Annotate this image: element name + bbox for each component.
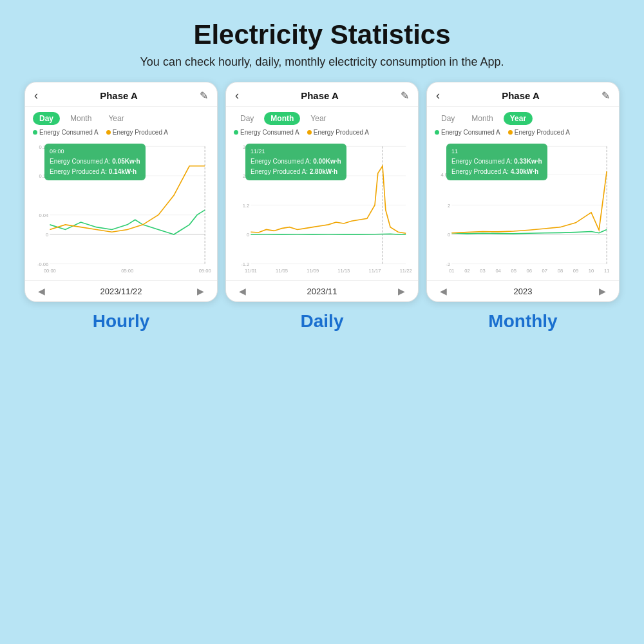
chart-area-monthly: 64.0820-20102030405060708091011 11 Energ… xyxy=(427,138,619,280)
svg-text:0: 0 xyxy=(247,232,249,238)
screen-title-daily: Phase A xyxy=(301,90,339,101)
svg-text:05:00: 05:00 xyxy=(121,268,133,274)
legend-energy-produced-a-hourly: Energy Produced A xyxy=(106,129,168,136)
legend-energy-produced-a-daily: Energy Produced A xyxy=(307,129,369,136)
nav-date-hourly: 2023/11/22 xyxy=(100,287,142,296)
edit-button-hourly[interactable]: ✎ xyxy=(200,90,208,102)
phone-panel-hourly: ‹ Phase A ✎ DayMonthYearEnergy Consumed … xyxy=(24,82,218,332)
page-subtitle: You can check hourly, daily, monthly ele… xyxy=(140,55,504,69)
phones-container: ‹ Phase A ✎ DayMonthYearEnergy Consumed … xyxy=(13,82,631,332)
tab-year-monthly[interactable]: Year xyxy=(504,112,533,125)
screen-title-hourly: Phase A xyxy=(100,90,138,101)
nav-prev-hourly[interactable]: ◀ xyxy=(38,286,45,296)
svg-text:02: 02 xyxy=(464,268,469,274)
nav-next-daily[interactable]: ▶ xyxy=(398,286,405,296)
svg-text:09: 09 xyxy=(573,268,578,274)
svg-text:03: 03 xyxy=(480,268,485,274)
tooltip-line2-monthly: Energy Produced A: 4.30kW·h xyxy=(451,167,542,177)
chart-label-daily: Daily xyxy=(301,311,344,332)
chart-label-monthly: Monthly xyxy=(488,311,557,332)
svg-text:01: 01 xyxy=(449,268,454,274)
tooltip-line1-daily: Energy Consumed A: 0.00Kw·h xyxy=(251,156,341,167)
tab-year-hourly[interactable]: Year xyxy=(102,112,130,125)
tab-day-monthly[interactable]: Day xyxy=(435,112,461,125)
svg-text:06: 06 xyxy=(527,268,532,274)
svg-text:11/22: 11/22 xyxy=(400,268,412,274)
svg-text:2: 2 xyxy=(448,203,450,209)
phone-panel-daily: ‹ Phase A ✎ DayMonthYearEnergy Consumed … xyxy=(225,82,419,332)
nav-date-daily: 2023/11 xyxy=(307,287,337,296)
nav-prev-daily[interactable]: ◀ xyxy=(239,286,246,296)
tab-year-daily[interactable]: Year xyxy=(304,112,332,125)
screen-title-monthly: Phase A xyxy=(502,90,540,101)
chart-area-hourly: 0.180.120.040-0.0600:0005:0009:00 09:00 … xyxy=(25,138,217,280)
nav-prev-monthly[interactable]: ◀ xyxy=(440,286,447,296)
tooltip-time-monthly: 11 xyxy=(451,147,542,156)
edit-button-daily[interactable]: ✎ xyxy=(401,90,409,102)
tooltip-time-hourly: 09:00 xyxy=(50,147,140,156)
edit-button-monthly[interactable]: ✎ xyxy=(601,90,610,102)
back-button-hourly[interactable]: ‹ xyxy=(34,89,38,102)
svg-text:09:00: 09:00 xyxy=(199,268,211,274)
back-button-monthly[interactable]: ‹ xyxy=(436,89,440,102)
svg-text:0: 0 xyxy=(448,232,450,238)
tooltip-monthly: 11 Energy Consumed A: 0.33Kw·h Energy Pr… xyxy=(446,144,547,180)
tooltip-daily: 11/21 Energy Consumed A: 0.00Kw·h Energy… xyxy=(245,144,346,180)
svg-text:05: 05 xyxy=(511,268,516,274)
nav-date-monthly: 2023 xyxy=(514,287,533,296)
svg-text:11/17: 11/17 xyxy=(369,268,381,274)
svg-text:00:00: 00:00 xyxy=(44,268,56,274)
svg-text:11/09: 11/09 xyxy=(307,268,319,274)
svg-text:0: 0 xyxy=(46,232,48,238)
back-button-daily[interactable]: ‹ xyxy=(235,89,239,102)
svg-text:07: 07 xyxy=(542,268,547,274)
chart-area-daily: 3.62.41.20-1.211/0111/0511/0911/1311/171… xyxy=(226,138,418,280)
svg-text:08: 08 xyxy=(558,268,563,274)
tooltip-line1-monthly: Energy Consumed A: 0.33Kw·h xyxy=(451,156,542,167)
svg-text:11/05: 11/05 xyxy=(276,268,288,274)
tooltip-hourly: 09:00 Energy Consumed A: 0.05Kw·h Energy… xyxy=(44,144,146,180)
svg-text:-2: -2 xyxy=(446,261,450,267)
tab-month-monthly[interactable]: Month xyxy=(465,112,499,125)
svg-text:-0.06: -0.06 xyxy=(37,261,48,267)
svg-text:-1.2: -1.2 xyxy=(241,261,249,267)
legend-energy-produced-a-monthly: Energy Produced A xyxy=(508,129,570,136)
svg-text:11: 11 xyxy=(604,268,609,274)
tooltip-line2-daily: Energy Produced A: 2.80kW·h xyxy=(251,167,341,177)
tooltip-line1-hourly: Energy Consumed A: 0.05Kw·h xyxy=(50,156,140,167)
svg-text:04: 04 xyxy=(495,268,500,274)
tab-day-daily[interactable]: Day xyxy=(234,112,260,125)
legend-energy-consumed-a-hourly: Energy Consumed A xyxy=(33,129,99,136)
svg-text:1.2: 1.2 xyxy=(243,203,250,209)
tab-month-daily[interactable]: Month xyxy=(264,112,300,125)
nav-next-monthly[interactable]: ▶ xyxy=(599,286,606,296)
svg-text:10: 10 xyxy=(589,268,594,274)
tab-day-hourly[interactable]: Day xyxy=(33,112,60,125)
tooltip-line2-hourly: Energy Produced A: 0.14kW·h xyxy=(50,167,140,177)
tooltip-time-daily: 11/21 xyxy=(251,147,341,156)
chart-label-hourly: Hourly xyxy=(93,311,150,332)
legend-energy-consumed-a-monthly: Energy Consumed A xyxy=(435,129,500,136)
legend-energy-consumed-a-daily: Energy Consumed A xyxy=(234,129,299,136)
svg-text:0.04: 0.04 xyxy=(39,213,48,218)
page-title: Electricity Statistics xyxy=(193,19,450,50)
svg-text:11/13: 11/13 xyxy=(337,268,350,274)
svg-text:11/01: 11/01 xyxy=(245,268,257,274)
tab-month-hourly[interactable]: Month xyxy=(64,112,98,125)
phone-panel-monthly: ‹ Phase A ✎ DayMonthYearEnergy Consumed … xyxy=(426,82,620,332)
nav-next-hourly[interactable]: ▶ xyxy=(197,286,204,296)
